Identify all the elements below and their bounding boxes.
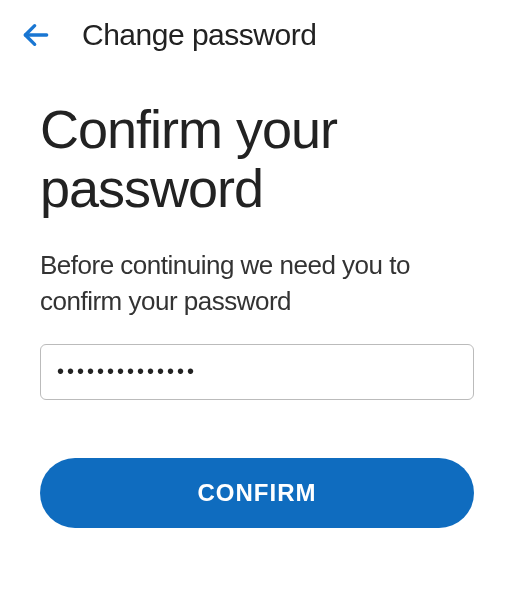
main-heading: Confirm your password [40, 100, 474, 219]
header: Change password [0, 0, 514, 70]
description-text: Before continuing we need you to confirm… [40, 247, 474, 320]
content: Confirm your password Before continuing … [0, 70, 514, 528]
back-arrow-icon[interactable] [20, 19, 52, 51]
confirm-button[interactable]: CONFIRM [40, 458, 474, 528]
password-input[interactable] [40, 344, 474, 400]
page-title: Change password [82, 18, 316, 52]
